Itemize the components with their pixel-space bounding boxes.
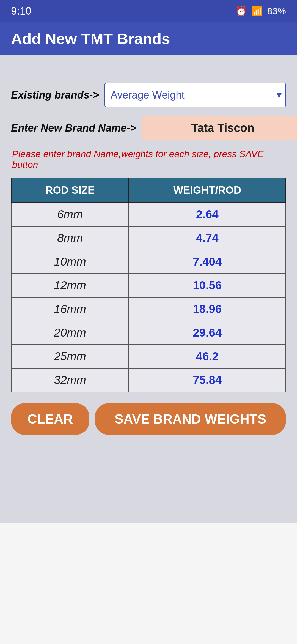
main-content: Existing brands-> Average Weight Tata Ti… <box>0 55 297 523</box>
new-brand-row: Enter New Brand Name-> <box>11 116 286 140</box>
weight-cell[interactable]: 2.64 <box>129 203 286 226</box>
weight-cell[interactable]: 29.64 <box>129 321 286 345</box>
rod-size-cell: 32mm <box>11 368 129 392</box>
weight-table: ROD SIZE WEIGHT/ROD 6mm2.648mm4.7410mm7.… <box>11 178 286 392</box>
weight-cell[interactable]: 10.56 <box>129 274 286 297</box>
table-header-row: ROD SIZE WEIGHT/ROD <box>11 178 286 203</box>
table-row: 25mm46.2 <box>11 345 286 368</box>
status-icons: ⏰ 📶 83% <box>235 6 286 17</box>
battery-icon: 83% <box>267 6 286 17</box>
col-header-rod-size: ROD SIZE <box>11 178 129 203</box>
table-row: 16mm18.96 <box>11 297 286 321</box>
rod-size-cell: 6mm <box>11 203 129 226</box>
hint-text: Please enter brand Name,weights for each… <box>11 149 286 170</box>
bottom-area <box>0 523 297 644</box>
table-row: 32mm75.84 <box>11 368 286 392</box>
rod-size-cell: 8mm <box>11 226 129 250</box>
weight-cell[interactable]: 4.74 <box>129 226 286 250</box>
app-bar: Add New TMT Brands <box>0 22 297 55</box>
rod-size-cell: 10mm <box>11 250 129 274</box>
status-time: 9:10 <box>11 5 31 17</box>
save-button[interactable]: SAVE BRAND WEIGHTS <box>95 403 286 435</box>
dropdown-container: Average Weight Tata Tiscon SAIL Jindal ▾ <box>105 83 286 107</box>
new-brand-label: Enter New Brand Name-> <box>11 122 136 134</box>
table-row: 20mm29.64 <box>11 321 286 345</box>
weight-cell[interactable]: 46.2 <box>129 345 286 368</box>
rod-size-cell: 12mm <box>11 274 129 297</box>
existing-brands-label: Existing brands-> <box>11 89 99 101</box>
status-bar: 9:10 ⏰ 📶 83% <box>0 0 297 22</box>
rod-size-cell: 25mm <box>11 345 129 368</box>
existing-brands-row: Existing brands-> Average Weight Tata Ti… <box>11 83 286 107</box>
table-row: 10mm7.404 <box>11 250 286 274</box>
form-section: Existing brands-> Average Weight Tata Ti… <box>11 83 286 435</box>
page-title: Add New TMT Brands <box>11 30 170 48</box>
weight-cell[interactable]: 18.96 <box>129 297 286 321</box>
buttons-row: CLEAR SAVE BRAND WEIGHTS <box>11 403 286 435</box>
signal-icon: 📶 <box>251 6 263 17</box>
col-header-weight: WEIGHT/ROD <box>129 178 286 203</box>
weight-cell[interactable]: 75.84 <box>129 368 286 392</box>
clear-button[interactable]: CLEAR <box>11 403 89 435</box>
table-row: 6mm2.64 <box>11 203 286 226</box>
rod-size-cell: 16mm <box>11 297 129 321</box>
alarm-icon: ⏰ <box>235 6 247 17</box>
existing-brands-dropdown[interactable]: Average Weight Tata Tiscon SAIL Jindal <box>105 83 286 107</box>
rod-size-cell: 20mm <box>11 321 129 345</box>
weight-cell[interactable]: 7.404 <box>129 250 286 274</box>
table-row: 8mm4.74 <box>11 226 286 250</box>
brand-name-input[interactable] <box>142 116 297 140</box>
table-row: 12mm10.56 <box>11 274 286 297</box>
